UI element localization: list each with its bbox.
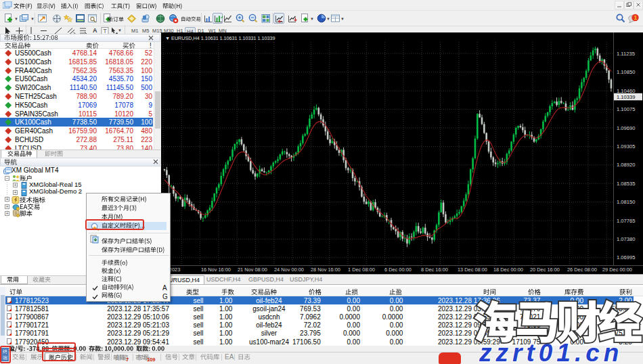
svg-text:▼ EURUSD,H4 1.10631 1.10631: ▼ EURUSD,H4 1.10631 1.10631 1.10331 1.10… (165, 35, 275, 41)
svg-text:26 Dec 08:00: 26 Dec 08:00 (567, 267, 597, 273)
svg-text:6 Dec 00:00: 6 Dec 00:00 (384, 267, 412, 273)
svg-text:1.11235: 1.11235 (617, 51, 635, 57)
svg-text:1.10850: 1.10850 (617, 69, 635, 75)
svg-text:21 Nov 08:00: 21 Nov 08:00 (238, 267, 267, 273)
svg-text:29 Dec 00:00: 29 Dec 00:00 (602, 267, 632, 273)
svg-text:1.08150: 1.08150 (617, 199, 635, 205)
svg-text:1: 1 (634, 14, 638, 21)
svg-text:1.09305: 1.09305 (617, 143, 635, 150)
svg-text:1.10075: 1.10075 (617, 106, 635, 112)
svg-text:28 Nov 16:00: 28 Nov 16:00 (311, 267, 340, 273)
svg-text:1.09690: 1.09690 (617, 125, 635, 131)
svg-text:1.07765: 1.07765 (617, 218, 635, 224)
svg-text:T: T (104, 28, 107, 35)
svg-text:20 Dec 16:00: 20 Dec 16:00 (530, 267, 560, 273)
svg-text:18 Dec 00:00: 18 Dec 00:00 (493, 267, 523, 273)
svg-text:1.08920: 1.08920 (617, 162, 635, 168)
svg-text:1.10460: 1.10460 (617, 88, 635, 94)
svg-text:1.07380: 1.07380 (617, 236, 635, 242)
svg-text:16 Nov 16:00: 16 Nov 16:00 (201, 267, 231, 273)
svg-text:24 Nov 00:00: 24 Nov 00:00 (274, 267, 304, 273)
svg-text:8 Dec 16:00: 8 Dec 16:00 (421, 267, 448, 273)
svg-text:1.08535: 1.08535 (617, 181, 635, 187)
svg-text:1.06995: 1.06995 (617, 254, 635, 260)
svg-text:1 Dec 08:00: 1 Dec 08:00 (348, 267, 375, 273)
svg-text:1.10339: 1.10339 (617, 94, 635, 100)
svg-text:13 Dec 08:00: 13 Dec 08:00 (458, 267, 487, 273)
